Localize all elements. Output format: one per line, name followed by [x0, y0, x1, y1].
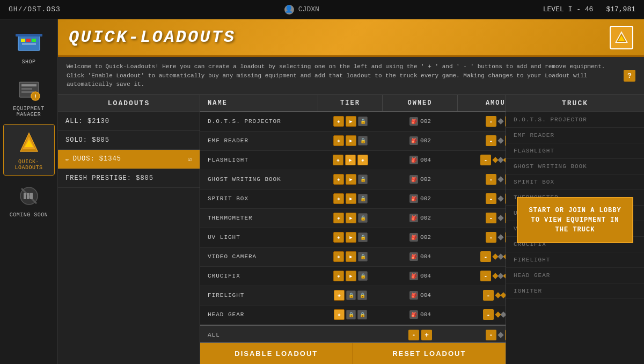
table-row: HEAD GEAR ◈ 🔒 🔒 🎒 004 - [200, 305, 506, 325]
sidebar-item-quick-loadouts[interactable]: Quick-Loadouts [3, 124, 55, 176]
truck-item-spiritbox: SPIRIT BOX [506, 174, 644, 190]
table-row: SPIRIT BOX ◈ ▶ 🔒 🎒 002 - [200, 190, 506, 209]
help-button[interactable]: ? [624, 70, 635, 82]
equip-owned-emf: 🎒 002 [383, 136, 458, 145]
main-content: QUICK-LOADOUTS Welcome to Quick-Loadouts… [58, 19, 644, 364]
loadout-solo[interactable]: SOLO: $805 [58, 131, 200, 150]
equip-amount-headgear: - + [458, 309, 506, 320]
amt-display-crucifix [493, 274, 506, 278]
sidebar-item-coming-soon[interactable]: Coming Soon [3, 178, 55, 222]
tier-lock: 🔒 [358, 252, 368, 261]
amt-minus-emf[interactable]: - [486, 135, 496, 146]
amt-minus-flashlight[interactable]: - [480, 155, 491, 165]
svg-rect-8 [21, 88, 32, 90]
equip-owned-firelight: 🎒 004 [383, 291, 458, 300]
all-amount-right: - + [458, 330, 506, 340]
equip-owned-flashlight: 🎒 004 [383, 156, 458, 164]
table-row: FIRELIGHT ◈ 🔒 🔒 🎒 004 - [200, 286, 506, 305]
amt-display-vidcam [493, 254, 506, 259]
amt-minus-uvlight[interactable]: - [486, 232, 496, 243]
amt-minus-headgear[interactable]: - [483, 309, 494, 320]
amt-minus-thermo[interactable]: - [486, 213, 496, 223]
loadout-solo-label: SOLO: $805 [65, 136, 109, 144]
equip-name-firelight: FIRELIGHT [200, 289, 318, 302]
truck-item-flashlight: FLASHLIGHT [506, 143, 644, 159]
tier-box-2: ▶ [346, 193, 356, 204]
equip-tier-crucifix: ◈ ▶ 🔒 [318, 268, 383, 283]
page-header: QUICK-LOADOUTS [58, 19, 644, 57]
amt-minus-dots[interactable]: - [486, 116, 496, 127]
loadout-duos-label: DUOS: $1345 [73, 155, 121, 163]
bottom-buttons: DISABLE LOADOUT RESET LOADOUT [200, 342, 506, 364]
equip-amount-spiritbox: - + [458, 193, 506, 204]
loadout-duos-check: ☑ [188, 155, 192, 163]
amt-minus-spiritbox[interactable]: - [486, 193, 496, 204]
truck-item-headgear: HEAD GEAR [506, 268, 644, 283]
equip-name-gwb: GHOST WRITING BOOK [200, 173, 318, 186]
tier-lock: 🔒 [358, 194, 368, 203]
sidebar-item-equip-label: Equipment Manager [5, 106, 53, 118]
tier-box-1: ◈ [333, 232, 344, 243]
topbar: GH//OST.OS3 👤 CJDXN LEVEL I - 46 $17,981 [0, 0, 644, 19]
loadouts-header: LOADOUTS [58, 95, 200, 112]
all-minus-btn[interactable]: - [408, 330, 419, 340]
svg-rect-18 [27, 193, 30, 199]
tier-box-2: ▶ [346, 135, 356, 146]
diamond-icon-2 [500, 292, 506, 298]
loadout-fresh-prestige[interactable]: FRESH PRESTIGE: $805 [58, 169, 200, 188]
amt-display-gwb [499, 177, 503, 181]
table-row: CRUCIFIX ◈ ▶ 🔒 🎒 004 - [200, 267, 506, 286]
equip-amount-thermo: - + [458, 213, 506, 223]
equipment-panel: NAME TIER OWNED AMOUNT D.O.T.S. PROJECTO… [200, 95, 506, 365]
tier-lock: 🔒 [358, 271, 368, 281]
equip-amount-emf: - + [458, 135, 506, 146]
owned-icon: 🎒 [409, 252, 418, 261]
loadout-all[interactable]: ALL: $2130 [58, 112, 200, 131]
tier-box-1: ◈ [333, 193, 344, 204]
all-minus-btn-2[interactable]: - [486, 330, 496, 340]
owned-count-thermo: 002 [420, 215, 431, 221]
header-badge [610, 26, 633, 49]
amt-minus-firelight[interactable]: - [483, 290, 494, 301]
equip-owned-gwb: 🎒 002 [383, 175, 458, 184]
equip-name-headgear: HEAD GEAR [200, 308, 318, 321]
disable-loadout-button[interactable]: DISABLE LOADOUT [200, 343, 353, 364]
tier-lock: 🔒 [358, 232, 368, 242]
diamond-icon-2 [500, 311, 506, 317]
col-tier: TIER [318, 95, 383, 111]
owned-count-gwb: 002 [420, 176, 431, 183]
amt-display-headgear [496, 312, 506, 317]
equip-owned-spiritbox: 🎒 002 [383, 194, 458, 203]
loadout-duos[interactable]: ✏️ DUOS: $1345 ☑ [58, 150, 200, 169]
owned-count-headgear: 004 [420, 311, 431, 318]
tier-box-1: ◈ [333, 135, 344, 146]
quick-loadouts-icon [14, 129, 44, 157]
tier-box-1: ◈ [333, 213, 344, 223]
truck-tooltip-text: START OR JOIN A LOBBY TO VIEW EQUIPMENT … [529, 207, 621, 234]
amt-display-dots [499, 119, 503, 123]
amt-display-spiritbox [499, 196, 503, 201]
equip-name-thermo: THERMOMETER [200, 212, 318, 224]
amt-minus-crucifix[interactable]: - [480, 271, 491, 281]
svg-rect-7 [21, 84, 36, 86]
equip-amount-vidcam: - + [458, 251, 506, 262]
sidebar-item-shop[interactable]: Shop [3, 25, 55, 69]
truck-header: TRUCK [506, 95, 644, 112]
loadouts-panel: LOADOUTS ALL: $2130 SOLO: $805 ✏️ DUOS: … [58, 95, 200, 365]
equipment-table-body: D.O.T.S. PROJECTOR ◈ ▶ 🔒 🎒 002 - [200, 112, 506, 343]
all-plus-btn[interactable]: + [421, 330, 432, 340]
amt-display-uvlight [499, 235, 503, 239]
reset-loadout-button[interactable]: RESET LOADOUT [353, 343, 506, 364]
equip-owned-headgear: 🎒 004 [383, 310, 458, 319]
amt-minus-gwb[interactable]: - [486, 174, 496, 185]
owned-icon: 🎒 [409, 194, 418, 203]
equipment-manager-icon: ! [14, 76, 44, 104]
sidebar: Shop ! Equipment Manager Quick-Loadouts [0, 19, 58, 364]
equip-tier-headgear: ◈ 🔒 🔒 [318, 307, 383, 322]
svg-rect-19 [30, 193, 33, 199]
amt-minus-vidcam[interactable]: - [480, 251, 491, 262]
col-owned: OWNED [383, 95, 458, 111]
equip-tier-spiritbox: ◈ ▶ 🔒 [318, 191, 383, 206]
tier-box-2: ▶ [346, 174, 356, 185]
sidebar-item-equipment-manager[interactable]: ! Equipment Manager [3, 71, 55, 122]
